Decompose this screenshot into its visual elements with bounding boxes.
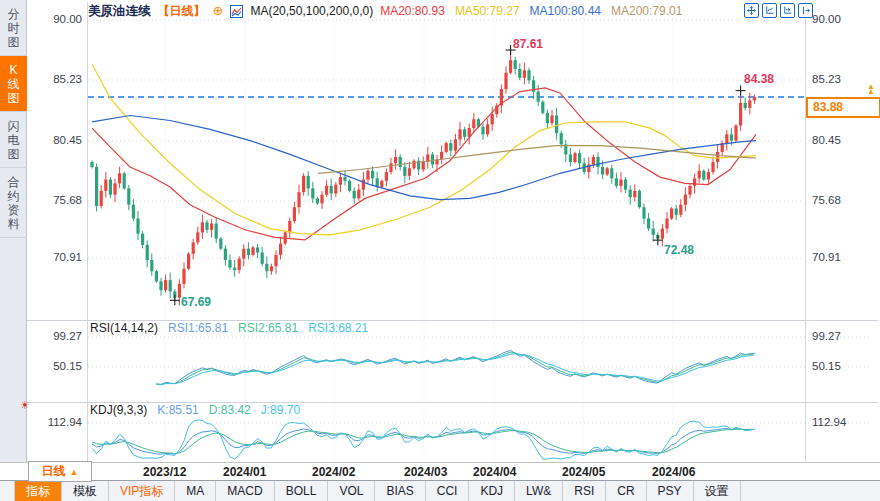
kdj-value: J:89.70 bbox=[261, 403, 300, 417]
date-axis-label: 2023/12 bbox=[143, 465, 186, 479]
kline-chart-window: 分时图K线图闪电图合约资料 美原油连续 【日线】 ⊕ MA(20,50,100,… bbox=[0, 0, 880, 501]
price-axis-label: 90.00 bbox=[30, 13, 82, 25]
axis-arrow-icon[interactable] bbox=[780, 3, 795, 18]
price-axis-label: 80.45 bbox=[812, 134, 841, 146]
sidebar-tab-1[interactable]: K线图 bbox=[0, 56, 27, 112]
toolbar-tab-PSY[interactable]: PSY bbox=[647, 481, 694, 501]
toolbar-tab-模板[interactable]: 模板 bbox=[62, 481, 109, 501]
axis-scale-icon[interactable] bbox=[762, 3, 777, 18]
sidebar-tab-label: K线图 bbox=[7, 63, 21, 105]
date-axis-label: 2024/02 bbox=[312, 465, 355, 479]
kdj-values: K:85.51D:83.42J:89.70 bbox=[157, 403, 300, 417]
chart-mode-sidebar: 分时图K线图闪电图合约资料 bbox=[0, 0, 27, 462]
toolbar-tab-设置[interactable]: 设置 bbox=[694, 481, 741, 501]
toolbar-tab-VIP指标[interactable]: VIP指标 bbox=[109, 481, 175, 501]
period-selector-label: 日线 bbox=[42, 463, 66, 480]
instrument-title: 美原油连续 bbox=[88, 3, 151, 20]
rsi-value: RSI2:65.81 bbox=[238, 321, 298, 335]
sidebar-tab-label: 合约资料 bbox=[7, 175, 21, 231]
indicator-toolbar: 指标模板VIP指标MAMACDBOLLVOLBIASCCIKDJLW&RSICR… bbox=[0, 480, 880, 501]
toolbar-tab-指标[interactable]: 指标 bbox=[14, 481, 62, 501]
price-axis-label: 75.68 bbox=[812, 194, 841, 206]
toolbar-tab-VOL[interactable]: VOL bbox=[328, 481, 375, 501]
current-price-box: 83.88 bbox=[806, 97, 880, 118]
price-axis-label: 90.00 bbox=[812, 13, 841, 25]
date-axis-label: 2024/05 bbox=[562, 465, 605, 479]
price-axis-label: 70.91 bbox=[812, 251, 841, 263]
pan-right-icon[interactable] bbox=[798, 3, 813, 18]
indicator-axis-label: 99.27 bbox=[812, 330, 841, 342]
date-axis-label: 2024/06 bbox=[652, 465, 695, 479]
rsi-value: RSI3:68.21 bbox=[308, 321, 368, 335]
sidebar-tab-0[interactable]: 分时图 bbox=[0, 0, 27, 56]
toolbar-tab-CR[interactable]: CR bbox=[606, 481, 646, 501]
kdj-value: D:83.42 bbox=[209, 403, 251, 417]
price-axis-label: 85.23 bbox=[30, 73, 82, 85]
price-axis-label: 80.45 bbox=[30, 134, 82, 146]
alarm-sun-icon[interactable]: ☀ bbox=[20, 399, 30, 412]
rsi-pane-header: RSI(14,14,2) RSI1:65.81RSI2:65.81RSI3:68… bbox=[90, 321, 368, 335]
ma-value: MA200:79.01 bbox=[611, 4, 682, 18]
kdj-value: K:85.51 bbox=[157, 403, 198, 417]
chart-window-icons bbox=[744, 3, 813, 18]
ma-value: MA50:79.27 bbox=[455, 4, 520, 18]
date-axis-label: 2024/04 bbox=[473, 465, 516, 479]
price-up-arrow-icon: ▲▲ bbox=[864, 84, 878, 94]
indicator-axis-label: 112.94 bbox=[812, 416, 846, 428]
indicator-axis-label: 50.15 bbox=[30, 360, 82, 372]
ma-values: MA20:80.93MA50:79.27MA100:80.44MA200:79.… bbox=[380, 4, 682, 18]
price-extreme-label: 67.69 bbox=[181, 295, 211, 309]
indicator-axis-label: 50.15 bbox=[812, 360, 841, 372]
toolbar-tab-MA[interactable]: MA bbox=[175, 481, 216, 501]
toolbar-tab-MACD[interactable]: MACD bbox=[216, 481, 274, 501]
sidebar-tab-3[interactable]: 合约资料 bbox=[0, 168, 27, 238]
period-selector-arrow-icon: ▲ bbox=[70, 467, 79, 477]
period-tag: 【日线】 bbox=[158, 3, 206, 20]
toolbar-tab-LW&[interactable]: LW& bbox=[515, 481, 563, 501]
ma-value: MA20:80.93 bbox=[380, 4, 445, 18]
mini-kline-icon bbox=[230, 5, 243, 18]
rsi-value: RSI1:65.81 bbox=[168, 321, 228, 335]
date-axis-row: 日线 ▲ 2023/122024/012024/022024/032024/04… bbox=[0, 462, 880, 480]
sidebar-tab-label: 闪电图 bbox=[7, 119, 21, 161]
indicator-axis-label: 99.27 bbox=[30, 330, 82, 342]
chart-header: 美原油连续 【日线】 ⊕ MA(20,50,100,200,0,0) MA20:… bbox=[88, 3, 682, 19]
toolbar-tab-BIAS[interactable]: BIAS bbox=[375, 481, 425, 501]
rsi-values: RSI1:65.81RSI2:65.81RSI3:68.21 bbox=[168, 321, 368, 335]
price-axis-label: 70.91 bbox=[30, 251, 82, 263]
date-axis-label: 2024/01 bbox=[223, 465, 266, 479]
toolbar-tab-BOLL[interactable]: BOLL bbox=[275, 481, 329, 501]
toolbar-tab-RSI[interactable]: RSI bbox=[563, 481, 606, 501]
price-axis-label: 85.23 bbox=[812, 73, 841, 85]
price-extreme-label: 87.61 bbox=[513, 37, 543, 51]
price-extreme-label: 84.38 bbox=[744, 72, 774, 86]
crosshair-move-icon[interactable] bbox=[744, 3, 759, 18]
sidebar-tab-label: 分时图 bbox=[7, 7, 21, 49]
toolbar-tab-CCI[interactable]: CCI bbox=[426, 481, 470, 501]
ma-value: MA100:80.44 bbox=[530, 4, 601, 18]
date-axis-label: 2024/03 bbox=[404, 465, 447, 479]
kdj-indicator-name: KDJ(9,3,3) bbox=[90, 403, 147, 417]
rsi-indicator-name: RSI(14,14,2) bbox=[90, 321, 158, 335]
add-indicator-icon[interactable]: ⊕ bbox=[213, 5, 224, 17]
sidebar-tab-2[interactable]: 闪电图 bbox=[0, 112, 27, 168]
toolbar-tab-KDJ[interactable]: KDJ bbox=[469, 481, 515, 501]
indicator-axis-label: 112.94 bbox=[30, 416, 82, 428]
price-axis-label: 75.68 bbox=[30, 194, 82, 206]
period-selector-button[interactable]: 日线 ▲ bbox=[28, 461, 92, 482]
price-extreme-label: 72.48 bbox=[664, 243, 694, 257]
kdj-pane-header: KDJ(9,3,3) K:85.51D:83.42J:89.70 bbox=[90, 403, 300, 417]
ma-settings-label: MA(20,50,100,200,0,0) bbox=[250, 4, 373, 18]
